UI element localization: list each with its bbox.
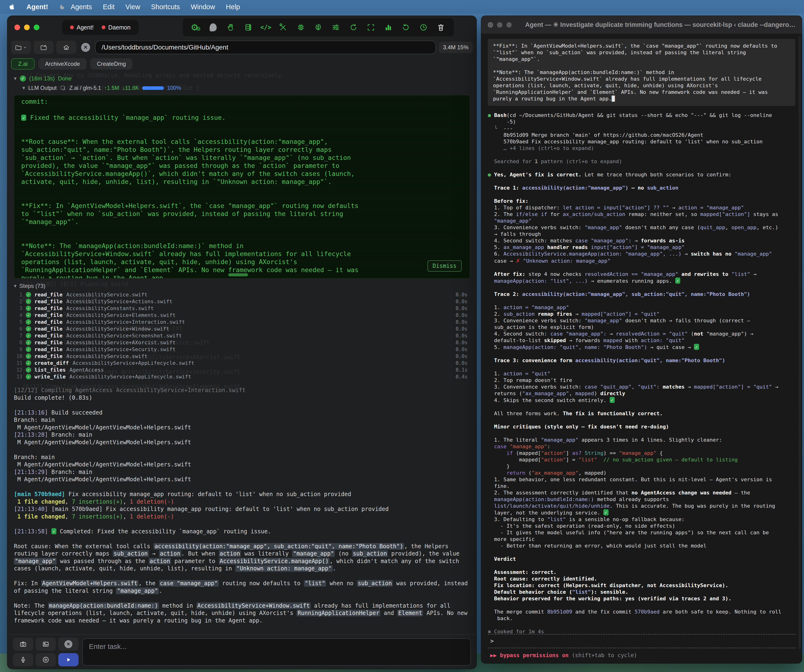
- trash-icon[interactable]: [436, 23, 446, 32]
- text-line: [488, 622, 795, 628]
- gears-icon[interactable]: ⚙⚙: [191, 23, 200, 32]
- close-button[interactable]: [488, 22, 493, 28]
- hand-icon[interactable]: [226, 23, 235, 32]
- menu-item-help[interactable]: Help: [226, 3, 240, 11]
- text-line: mapped["action"] = "list" // no sub_acti…: [488, 456, 795, 463]
- text-line: 1 file changed, 7 insertions(+), 1 delet…: [14, 498, 470, 506]
- chat-bubble-icon[interactable]: [208, 23, 218, 32]
- brain-icon[interactable]: [314, 23, 323, 32]
- server-icon[interactable]: [243, 23, 253, 32]
- chevron-down-icon[interactable]: ▾: [14, 283, 16, 289]
- code-icon[interactable]: </>: [261, 23, 270, 32]
- home-button[interactable]: [56, 41, 76, 54]
- text-line: 1. Same behavior, one less redundant con…: [488, 476, 795, 483]
- llm-output-row[interactable]: ▾ LLM Output Z.ai / glm-5.1 ↑1.5M ↓11.8K…: [14, 83, 470, 93]
- step-row[interactable]: 9✓read_fileAccessibilityService+Security…: [14, 346, 470, 353]
- text-line: [21, 106, 462, 114]
- voice-mode-button[interactable]: [36, 653, 56, 666]
- step-number: 3: [14, 306, 23, 311]
- step-row[interactable]: 6✓read_fileAccessibilityService+Window.s…: [14, 325, 470, 332]
- task-input-bar: ✕ Enter task...: [7, 634, 477, 669]
- step-row[interactable]: 12✓list_filesAgentAccess0.1s: [14, 366, 470, 373]
- text-line: 6. AccessibilityService.manageApp(action…: [488, 251, 795, 257]
- steps-header[interactable]: ▾ Steps (73): [14, 283, 470, 289]
- step-row[interactable]: 4✓read_fileAccessibilityService+Elements…: [14, 312, 470, 319]
- new-folder-button[interactable]: [34, 41, 54, 54]
- menu-item-view[interactable]: View: [126, 3, 140, 11]
- text-line: [21:13:29] Branch: main: [14, 469, 470, 476]
- camera-button[interactable]: [13, 638, 33, 651]
- step-duration: 0.0s: [456, 360, 470, 366]
- tab-zai[interactable]: Z.ai: [11, 58, 35, 70]
- right-scrollbar[interactable]: [799, 36, 801, 649]
- minimize-button[interactable]: [24, 25, 30, 30]
- path-row: ✕ /Users/toddbruss/Documents/GitHub/Agen…: [7, 39, 477, 56]
- frame-capture-icon[interactable]: [366, 23, 376, 32]
- undo-icon[interactable]: [401, 23, 410, 32]
- apple-menu-icon[interactable]: [8, 3, 16, 10]
- menu-item-shortcuts[interactable]: Shortcuts: [151, 3, 180, 11]
- step-row[interactable]: 1✓read_fileAccessibilityService.swift0.0…: [14, 291, 470, 298]
- text-line: 1 file changed, 7 insertions(+), 1 delet…: [14, 513, 470, 521]
- bar-chart-icon[interactable]: [384, 23, 393, 32]
- tab-createdmg[interactable]: CreateDmg: [90, 58, 132, 70]
- text-line: Fix: In AgentViewModel+Helpers.swift, th…: [14, 580, 470, 595]
- step-duration: 0.4s: [456, 374, 470, 379]
- agent-status-dot: [70, 26, 74, 29]
- text-line: [21:13:40] [main 570b9aed] Fix accessibi…: [14, 505, 470, 513]
- chip-icon[interactable]: [296, 23, 306, 32]
- step-number: 7: [14, 333, 23, 338]
- run-status-row[interactable]: ▾ ✓ (16m 13s) Done: [14, 74, 470, 83]
- terminal-scrollbar[interactable]: [228, 273, 248, 276]
- step-row[interactable]: 3✓read_fileAccessibilityConstants.swift0…: [14, 305, 470, 312]
- step-row[interactable]: 5✓read_fileAccessibilityService+Interact…: [14, 319, 470, 325]
- menu-app-name[interactable]: Agent!: [26, 3, 48, 11]
- step-row[interactable]: 10✓read_fileAccessibilityService.swift0.…: [14, 353, 470, 360]
- step-file: AccessibilityService.swift: [66, 292, 147, 298]
- menu-item-window[interactable]: Window: [191, 3, 215, 11]
- text-line: sub_action:"quit", name:"Photo Booth")`,…: [21, 146, 462, 154]
- llm-output-terminal: commit: ✓ Fixed the accessibility `manag…: [14, 95, 470, 278]
- clear-path-button[interactable]: ✕: [79, 41, 92, 54]
- step-row[interactable]: 13✓write_fileAccessibilityService+AppLif…: [14, 373, 470, 380]
- text-line: Trace 2: accessibility(action:"manage_ap…: [488, 291, 795, 298]
- screenshot-library-button[interactable]: [36, 638, 56, 651]
- tab-archivexcode[interactable]: ArchiveXcode: [38, 58, 87, 70]
- step-row[interactable]: 11✓create_diffAccessibilityService+AppLi…: [14, 360, 470, 366]
- path-field[interactable]: /Users/toddbruss/Documents/GitHub/Agent: [95, 41, 436, 54]
- step-number: 11: [14, 360, 23, 366]
- sliders-icon[interactable]: [331, 23, 340, 32]
- close-button[interactable]: [15, 25, 20, 30]
- text-line: `sub_action` → `action`. But when `actio…: [21, 154, 462, 162]
- step-row[interactable]: 2✓read_fileAccessibilityService+Actions.…: [14, 298, 470, 305]
- zoom-button[interactable]: [507, 22, 511, 28]
- history-clock-icon[interactable]: [419, 23, 428, 32]
- task-input[interactable]: Enter task...: [82, 638, 471, 665]
- prompt-input[interactable]: >: [488, 634, 795, 648]
- chevron-down-icon[interactable]: ▾: [14, 75, 16, 82]
- clear-input-button[interactable]: ✕: [58, 638, 78, 651]
- zoom-button[interactable]: [34, 25, 39, 30]
- text-line: }: [488, 463, 795, 470]
- model-name: Z.ai / glm-5.1: [69, 85, 101, 91]
- menu-item-edit[interactable]: Edit: [103, 3, 114, 11]
- run-check-icon: ✓: [20, 75, 26, 82]
- folder-picker-button[interactable]: [11, 41, 31, 54]
- tools-icon[interactable]: [278, 23, 288, 32]
- step-row[interactable]: 8✓read_fileAccessibilityService+AXorcist…: [14, 339, 470, 346]
- run-task-button[interactable]: [58, 653, 78, 666]
- microphone-button[interactable]: [13, 653, 33, 666]
- sync-icon[interactable]: [349, 23, 358, 32]
- text-line: 3. Defaulting to "list" is a sensible no…: [488, 516, 795, 523]
- menu-item-agents[interactable]: Agents: [71, 3, 92, 11]
- text-line: [14, 595, 470, 602]
- step-row[interactable]: 7✓read_fileAccessibilityService+Screensh…: [14, 332, 470, 339]
- step-file: AccessibilityConstants.swift: [66, 305, 154, 311]
- text-line: returns ("ax_manage_app", mapped) direct…: [488, 390, 795, 397]
- chevron-down-icon[interactable]: ▾: [23, 85, 25, 91]
- progress-percent: 100%: [167, 85, 181, 91]
- dismiss-button[interactable]: Dismiss: [428, 260, 462, 271]
- text-line: All three forms work. The fix is functio…: [488, 410, 795, 417]
- permissions-footer: ▶▶ bypass permissions on (shift+tab to c…: [488, 648, 795, 659]
- minimize-button[interactable]: [497, 22, 502, 28]
